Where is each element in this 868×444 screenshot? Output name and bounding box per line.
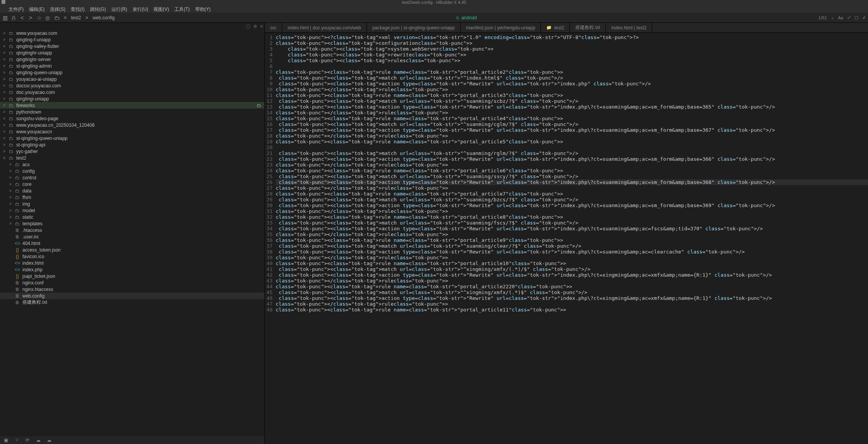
wrap-icon[interactable]: ↲: [862, 15, 866, 20]
editor-tabs[interactable]: srcindex.html | doc.youyacao.com/webpack…: [265, 23, 868, 33]
chevron-icon[interactable]: >: [2, 31, 6, 35]
tree-row[interactable]: >🗀qingtingi-uniapp: [0, 95, 264, 102]
chevron-icon[interactable]: >: [9, 195, 12, 199]
chevron-icon[interactable]: >: [9, 215, 12, 219]
code-line[interactable]: class="tok-punc"></class="tok-tag">rulec…: [276, 301, 868, 307]
save-icon[interactable]: ⎙: [11, 15, 16, 20]
tree-row[interactable]: >🗀model: [0, 207, 264, 214]
code-line[interactable]: class="tok-punc"></class="tok-tag">rulec…: [276, 185, 868, 191]
expand-icon[interactable]: ⤢: [847, 15, 851, 20]
chevron-icon[interactable]: >: [2, 143, 6, 147]
code-line[interactable]: class="tok-punc"><class="tok-tag">match …: [276, 197, 868, 202]
tree-row[interactable]: 🗎.user.ini: [0, 233, 264, 240]
code-line[interactable]: class="tok-punc"><class="tok-tag">rule n…: [276, 69, 868, 75]
chevron-icon[interactable]: >: [9, 202, 12, 206]
code-line[interactable]: class="tok-punc"><class="tok-tag">action…: [276, 179, 868, 185]
code-line[interactable]: class="tok-punc"></class="tok-tag">rulec…: [276, 231, 868, 237]
code-line[interactable]: class="tok-punc"><class="tok-tag">rule n…: [276, 214, 868, 220]
menu-item[interactable]: 工具(T): [174, 6, 189, 13]
code-line[interactable]: class="tok-punc"><?class="tok-tag">xml v…: [276, 34, 868, 40]
code-line[interactable]: class="tok-punc"><class="tok-tag">match …: [276, 220, 868, 226]
tree-row[interactable]: >🗀config: [0, 168, 264, 174]
code-line[interactable]: class="tok-punc"><class="tok-tag">rule n…: [276, 92, 868, 98]
chevron-icon[interactable]: >: [2, 136, 6, 140]
chevron-icon[interactable]: >: [2, 51, 6, 55]
tree-row[interactable]: v🗀test2: [0, 155, 264, 161]
chevron-icon[interactable]: >: [2, 44, 6, 48]
tree-row[interactable]: >🗀control: [0, 174, 264, 181]
tree-row[interactable]: 🗎.htaccess: [0, 227, 264, 233]
tree-row[interactable]: <>404.html: [0, 240, 264, 247]
tree-row[interactable]: >🗀qingtinghr-uniapp: [0, 49, 264, 56]
code-line[interactable]: class="tok-punc"><class="tok-tag">config…: [276, 40, 868, 46]
code-line[interactable]: class="tok-punc"><class="tok-tag">action…: [276, 156, 868, 162]
menu-item[interactable]: 文件(F): [9, 6, 24, 13]
chevron-icon[interactable]: >: [9, 189, 12, 193]
code-content[interactable]: class="tok-punc"><?class="tok-tag">xml v…: [276, 33, 868, 444]
menu-item[interactable]: 视图(V): [153, 6, 169, 13]
code-line[interactable]: class="tok-punc"></class="tok-tag">rulec…: [276, 278, 868, 284]
chevron-icon[interactable]: >: [9, 175, 12, 180]
code-line[interactable]: class="tok-punc"><class="tok-tag">action…: [276, 104, 868, 110]
code-line[interactable]: class="tok-punc"><class="tok-tag">system…: [276, 46, 868, 52]
sidebar-mini-icon[interactable]: ▢: [246, 24, 250, 29]
code-line[interactable]: class="tok-punc"><class="tok-tag">rule n…: [276, 237, 868, 243]
sidebar-view-switch[interactable]: ▢⊕≡: [0, 23, 264, 30]
chevron-icon[interactable]: >: [2, 116, 6, 121]
code-line[interactable]: class="tok-punc"><class="tok-tag">action…: [276, 226, 868, 231]
code-line[interactable]: class="tok-punc"><class="tok-tag">action…: [276, 127, 868, 133]
status-icon[interactable]: ▣: [3, 437, 9, 443]
device-selector[interactable]: ⎋ android: [456, 15, 477, 20]
tree-row[interactable]: >🗀st-qingting-api: [0, 141, 264, 148]
tree-row[interactable]: 🗎nginx.conf: [0, 279, 264, 286]
tree-row[interactable]: >🗀www.youyacao.cn_20250104_120406: [0, 122, 264, 128]
code-line[interactable]: class="tok-punc"><class="tok-tag">rulesc…: [276, 58, 868, 63]
code-line[interactable]: class="tok-punc"><class="tok-tag">rule n…: [276, 307, 868, 313]
tree-row[interactable]: 🗎搭建教程.txt: [0, 299, 264, 306]
chevron-down-icon[interactable]: ⌄: [831, 15, 834, 20]
status-icon[interactable]: ☁: [46, 437, 52, 443]
tree-row[interactable]: >🗀acs: [0, 161, 264, 168]
code-editor[interactable]: 1234567891011121314151617181920212223242…: [265, 33, 868, 444]
code-line[interactable]: class="tok-punc"><class="tok-tag">action…: [276, 272, 868, 278]
chevron-icon[interactable]: >: [2, 57, 6, 61]
menu-item[interactable]: 编辑(E): [29, 6, 44, 13]
code-line[interactable]: [276, 145, 868, 150]
code-line[interactable]: class="tok-punc"><class="tok-tag">match …: [276, 174, 868, 179]
tree-row[interactable]: >🗀songshu-video-page: [0, 115, 264, 122]
file-tree[interactable]: >🗀www.youyacao.com>🗀qingting-f-uniapp>🗀q…: [0, 30, 264, 436]
chevron-icon[interactable]: >: [2, 64, 6, 68]
code-line[interactable]: class="tok-punc"><class="tok-tag">rule n…: [276, 168, 868, 174]
tree-row[interactable]: {}favicon.ico: [0, 253, 264, 260]
sidebar-mini-icon[interactable]: ≡: [260, 24, 263, 29]
chevron-icon[interactable]: >: [2, 129, 6, 134]
chevron-icon[interactable]: >: [2, 37, 6, 42]
code-line[interactable]: class="tok-punc"><class="tok-tag">action…: [276, 202, 868, 208]
code-line[interactable]: class="tok-punc"><class="tok-tag">rule n…: [276, 116, 868, 121]
code-line[interactable]: class="tok-punc"><class="tok-tag">match …: [276, 98, 868, 104]
tree-row[interactable]: >🗀img: [0, 201, 264, 207]
tree-row[interactable]: >🗀st-qingting-admin: [0, 63, 264, 69]
chevron-icon[interactable]: >: [9, 208, 12, 213]
chevron-icon[interactable]: >: [9, 221, 12, 226]
nav-back-icon[interactable]: <: [19, 15, 25, 20]
status-icon[interactable]: ⑂: [14, 437, 19, 443]
tree-row[interactable]: >🗀fireworks🗀: [0, 102, 264, 109]
sidebar-mini-icon[interactable]: ⊕: [253, 24, 257, 29]
code-line[interactable]: class="tok-punc"><class="tok-tag">match …: [276, 289, 868, 295]
code-line[interactable]: class="tok-punc"><class="tok-tag">rule n…: [276, 139, 868, 145]
editor-tab[interactable]: manifest.json | yechengdu-uniapp: [460, 23, 541, 32]
breadcrumb-seg-1[interactable]: web.config: [92, 15, 114, 20]
tree-row[interactable]: >🗀youyacao-ai-uniapp: [0, 76, 264, 82]
tree-row[interactable]: {}jsapi_ticket.json: [0, 273, 264, 279]
chevron-icon[interactable]: >: [2, 97, 6, 101]
code-line[interactable]: class="tok-punc"><class="tok-tag">rule n…: [276, 191, 868, 197]
code-line[interactable]: class="tok-punc"></class="tok-tag">rulec…: [276, 255, 868, 260]
code-line[interactable]: class="tok-punc"><class="tok-tag">rewrit…: [276, 52, 868, 58]
status-icon[interactable]: ☁: [36, 437, 41, 443]
editor-tab[interactable]: index.html | test2: [606, 23, 652, 32]
tree-row[interactable]: >🗀qingting-queen-uniapp: [0, 69, 264, 76]
menu-item[interactable]: 跳转(G): [90, 6, 106, 13]
code-line[interactable]: [276, 63, 868, 69]
tree-row[interactable]: <>index.html: [0, 260, 264, 266]
